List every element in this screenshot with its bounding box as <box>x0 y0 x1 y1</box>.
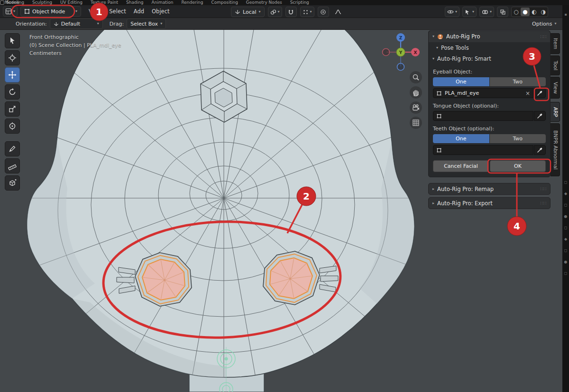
panel-header-autorig[interactable]: ▾ Auto-Rig Pro ∷∷ <box>429 31 550 42</box>
menu-view[interactable]: View <box>89 8 101 15</box>
select-box-tool[interactable] <box>5 33 20 48</box>
clear-object-icon[interactable]: × <box>525 91 530 96</box>
menu-select[interactable]: Select <box>109 8 126 15</box>
teeth-eyedropper-button[interactable] <box>534 145 546 155</box>
workspace-tab[interactable]: Compositing <box>211 0 238 5</box>
visibility-dropdown[interactable]: ▾ <box>445 7 459 17</box>
proportional-editing-toggle[interactable] <box>318 7 329 17</box>
menu-add[interactable]: Add <box>134 8 144 15</box>
properties-tab-icon[interactable]: ● <box>564 260 568 264</box>
mesh-data-icon <box>436 91 442 96</box>
properties-tab-icon[interactable]: ◻ <box>564 272 568 275</box>
shading-rendered-button[interactable]: ◑ <box>539 8 548 16</box>
gizmo-neg-x[interactable] <box>383 49 390 56</box>
transform-orientation-dropdown[interactable]: Local ▾ <box>231 7 265 17</box>
orientation-label: Orientation: <box>16 21 47 27</box>
drag-mode-dropdown[interactable]: Select Box ▾ <box>127 18 166 29</box>
scale-tool[interactable] <box>5 101 20 117</box>
options-dropdown[interactable]: Options ▾ <box>532 21 556 27</box>
eyeball-object-field[interactable]: PLA_mdl_eye × <box>433 88 533 98</box>
teeth-object-field[interactable] <box>433 145 533 155</box>
properties-tab-icon[interactable]: ◻ <box>564 249 568 253</box>
properties-tab-icon[interactable]: ◻ <box>564 226 568 230</box>
workspace-tab[interactable]: Animation <box>152 0 174 5</box>
snap-target-dropdown[interactable]: ▾ <box>268 7 282 17</box>
gizmo-neg-z[interactable] <box>397 64 404 71</box>
pan-button[interactable] <box>410 86 422 99</box>
drag-handle-icon[interactable]: ∷∷ <box>540 34 546 39</box>
workspace-tab[interactable]: Texture Paint <box>91 0 118 5</box>
cancel-facial-button[interactable]: Cancel Facial <box>433 160 489 172</box>
xray-toggle[interactable] <box>497 7 508 17</box>
grid-toggle-button[interactable] <box>410 117 422 129</box>
eyeball-two-button[interactable]: Two <box>490 77 546 86</box>
svg-text:X: X <box>414 50 417 55</box>
rotate-tool[interactable] <box>5 84 20 100</box>
editor-type-dropdown[interactable]: ▾ <box>3 6 18 17</box>
scene-selector[interactable]: Scene <box>0 0 19 5</box>
panel-header-pose-tools[interactable]: ▾ Pose Tools <box>429 42 550 53</box>
ok-button[interactable]: OK <box>490 160 546 172</box>
gizmo-z-axis[interactable]: Z <box>396 33 405 42</box>
properties-tab-icon[interactable]: ▪ <box>564 13 567 17</box>
properties-tab-icon[interactable]: ◆ <box>564 192 567 196</box>
chevron-down-icon: ▾ <box>455 10 457 14</box>
drag-handle-icon[interactable]: ∷∷ <box>540 186 546 191</box>
workspace-tab[interactable]: Rendering <box>181 0 203 5</box>
properties-tab-icon[interactable]: ● <box>564 215 568 219</box>
properties-tab-icon[interactable]: ◻ <box>564 181 568 184</box>
measure-tool[interactable] <box>5 158 20 173</box>
gizmo-dropdown[interactable]: ▾ <box>462 7 477 17</box>
tongue-eyedropper-button[interactable] <box>534 111 546 121</box>
scale-icon <box>8 105 17 113</box>
eyeball-eyedropper-button[interactable] <box>534 88 546 98</box>
teeth-two-button[interactable]: Two <box>490 134 546 143</box>
workspace-tab[interactable]: Scripting <box>290 0 309 5</box>
shading-material-button[interactable]: ◐ <box>530 8 539 16</box>
scene-label: Scene <box>6 0 19 5</box>
head-mesh[interactable] <box>20 0 428 392</box>
workspace-tab[interactable]: Geometry Nodes <box>246 0 282 5</box>
snap-mode-dropdown[interactable]: ▾ <box>300 7 314 17</box>
gizmo-x-axis[interactable]: X <box>411 48 420 56</box>
chevron-down-icon: ▾ <box>436 46 438 50</box>
zoom-button[interactable] <box>410 71 422 83</box>
workspace-tab[interactable]: UV Editing <box>60 0 83 5</box>
navigation-gizmo[interactable]: Z X Y <box>382 32 420 72</box>
menu-object[interactable]: Object <box>152 8 169 15</box>
drag-handle-icon[interactable]: ∷∷ <box>540 201 546 206</box>
workspace-tab[interactable]: Sculpting <box>32 0 52 5</box>
mode-dropdown[interactable]: Object Mode ▾ <box>20 6 81 17</box>
tab-item[interactable]: Item <box>551 33 560 54</box>
eyeball-one-button[interactable]: One <box>433 77 489 86</box>
panel-header-smart[interactable]: ▾ Auto-Rig Pro: Smart <box>429 53 550 64</box>
properties-tab-icon[interactable]: ◆ <box>564 237 567 241</box>
tab-tool[interactable]: Tool <box>551 55 560 75</box>
tongue-object-field[interactable] <box>433 111 533 121</box>
tongue-object-label: Tongue Object (optional): <box>433 103 546 109</box>
properties-tab-icon[interactable]: ◻ <box>564 203 568 207</box>
tab-bnpr-abnormal[interactable]: BNPR Abnormal <box>551 123 560 176</box>
gizmo-y-axis[interactable]: Y <box>396 48 405 56</box>
workspace-tab[interactable]: Shading <box>126 0 144 5</box>
tab-view[interactable]: View <box>551 77 560 99</box>
shading-wireframe-button[interactable]: ○ <box>512 8 521 16</box>
teeth-one-button[interactable]: One <box>433 134 489 143</box>
panel-header-export[interactable]: ▸ Auto-Rig Pro: Export ∷∷ <box>428 197 551 209</box>
sidebar-tabs: Item Tool View ARP BNPR Abnormal <box>551 33 560 176</box>
chevron-down-icon: ▾ <box>490 10 492 14</box>
falloff-curve-icon[interactable] <box>332 7 344 17</box>
orientation-default-dropdown[interactable]: Default ▾ <box>50 18 103 29</box>
add-primitive-tool[interactable] <box>5 175 20 191</box>
xray-icon <box>500 9 506 15</box>
panel-header-remap[interactable]: ▸ Auto-Rig Pro: Remap ∷∷ <box>428 183 551 195</box>
shading-solid-button[interactable]: ● <box>521 8 530 16</box>
transform-tool[interactable] <box>5 119 20 134</box>
cursor-tool[interactable] <box>5 50 20 65</box>
annotate-tool[interactable] <box>5 141 20 156</box>
move-tool[interactable] <box>5 67 20 82</box>
tab-arp[interactable]: ARP <box>551 102 560 122</box>
overlays-dropdown[interactable]: ▾ <box>479 7 494 17</box>
snap-magnet-toggle[interactable] <box>285 7 297 17</box>
camera-view-button[interactable] <box>410 101 422 114</box>
